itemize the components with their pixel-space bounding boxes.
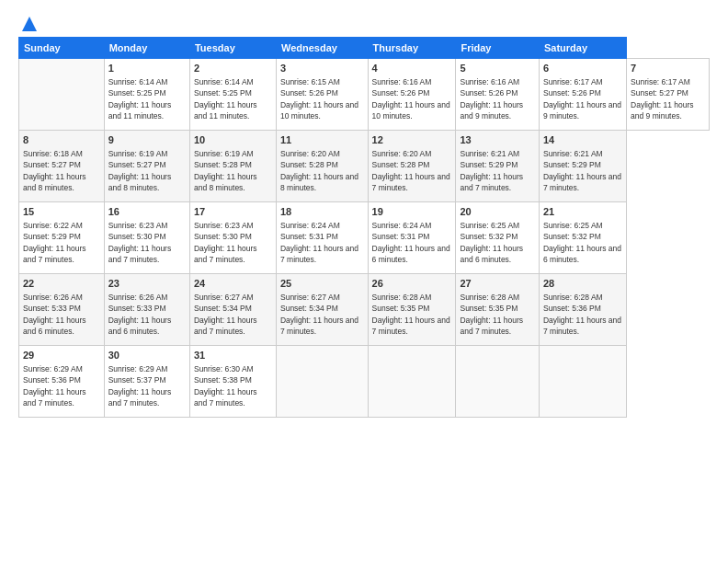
- day-cell-2: 2Sunrise: 6:14 AMSunset: 5:25 PMDaylight…: [189, 59, 276, 131]
- week-row-4: 29Sunrise: 6:29 AMSunset: 5:36 PMDayligh…: [19, 346, 710, 418]
- day-detail: Sunrise: 6:24 AMSunset: 5:31 PMDaylight:…: [280, 221, 358, 264]
- week-row-2: 15Sunrise: 6:22 AMSunset: 5:29 PMDayligh…: [19, 202, 710, 274]
- day-cell-19: 19Sunrise: 6:24 AMSunset: 5:31 PMDayligh…: [368, 202, 456, 274]
- day-cell-5: 5Sunrise: 6:16 AMSunset: 5:26 PMDaylight…: [456, 59, 540, 131]
- day-detail: Sunrise: 6:28 AMSunset: 5:35 PMDaylight:…: [460, 293, 523, 336]
- week-row-3: 22Sunrise: 6:26 AMSunset: 5:33 PMDayligh…: [19, 274, 710, 346]
- day-number: 5: [460, 62, 535, 75]
- logo: [18, 15, 39, 29]
- day-number: 24: [194, 277, 272, 291]
- day-number: 23: [108, 277, 186, 291]
- day-number: 14: [543, 133, 622, 147]
- day-cell-29: 29Sunrise: 6:29 AMSunset: 5:36 PMDayligh…: [19, 346, 105, 418]
- day-header-saturday: Saturday: [539, 38, 626, 59]
- day-detail: Sunrise: 6:22 AMSunset: 5:29 PMDaylight:…: [23, 221, 86, 264]
- day-cell-27: 27Sunrise: 6:28 AMSunset: 5:35 PMDayligh…: [456, 274, 540, 346]
- day-number: 7: [631, 62, 705, 75]
- day-number: 30: [108, 349, 186, 362]
- day-detail: Sunrise: 6:14 AMSunset: 5:25 PMDaylight:…: [194, 77, 257, 121]
- day-number: 6: [543, 62, 622, 75]
- day-detail: Sunrise: 6:25 AMSunset: 5:32 PMDaylight:…: [460, 221, 523, 264]
- svg-marker-0: [22, 17, 37, 31]
- day-cell-10: 10Sunrise: 6:19 AMSunset: 5:28 PMDayligh…: [189, 131, 276, 202]
- day-number: 4: [372, 62, 452, 75]
- day-number: 8: [23, 133, 100, 147]
- day-cell-24: 24Sunrise: 6:27 AMSunset: 5:34 PMDayligh…: [189, 274, 276, 346]
- day-detail: Sunrise: 6:30 AMSunset: 5:38 PMDaylight:…: [194, 364, 257, 408]
- day-number: 9: [108, 133, 186, 147]
- day-cell-16: 16Sunrise: 6:23 AMSunset: 5:30 PMDayligh…: [104, 202, 189, 274]
- day-detail: Sunrise: 6:23 AMSunset: 5:30 PMDaylight:…: [194, 221, 257, 264]
- day-number: 26: [372, 277, 452, 291]
- day-detail: Sunrise: 6:18 AMSunset: 5:27 PMDaylight:…: [23, 149, 86, 192]
- day-number: 18: [280, 205, 364, 219]
- day-number: 11: [280, 133, 364, 147]
- day-detail: Sunrise: 6:21 AMSunset: 5:29 PMDaylight:…: [543, 149, 621, 192]
- day-detail: Sunrise: 6:14 AMSunset: 5:25 PMDaylight:…: [108, 77, 172, 121]
- day-cell-9: 9Sunrise: 6:19 AMSunset: 5:27 PMDaylight…: [104, 131, 189, 202]
- day-header-wednesday: Wednesday: [276, 38, 368, 59]
- day-number: 21: [543, 205, 622, 219]
- empty-cell: [19, 59, 105, 131]
- day-detail: Sunrise: 6:23 AMSunset: 5:30 PMDaylight:…: [108, 221, 172, 264]
- day-number: 31: [194, 349, 272, 362]
- day-number: 15: [23, 205, 100, 219]
- empty-cell: [539, 346, 626, 418]
- day-cell-26: 26Sunrise: 6:28 AMSunset: 5:35 PMDayligh…: [368, 274, 456, 346]
- day-cell-31: 31Sunrise: 6:30 AMSunset: 5:38 PMDayligh…: [189, 346, 276, 418]
- day-cell-22: 22Sunrise: 6:26 AMSunset: 5:33 PMDayligh…: [19, 274, 105, 346]
- day-detail: Sunrise: 6:20 AMSunset: 5:28 PMDaylight:…: [280, 149, 358, 192]
- day-detail: Sunrise: 6:17 AMSunset: 5:27 PMDaylight:…: [631, 77, 694, 121]
- day-header-thursday: Thursday: [368, 38, 456, 59]
- day-number: 10: [194, 133, 272, 147]
- day-detail: Sunrise: 6:25 AMSunset: 5:32 PMDaylight:…: [543, 221, 621, 264]
- day-number: 16: [108, 205, 186, 219]
- day-cell-17: 17Sunrise: 6:23 AMSunset: 5:30 PMDayligh…: [189, 202, 276, 274]
- day-cell-23: 23Sunrise: 6:26 AMSunset: 5:33 PMDayligh…: [104, 274, 189, 346]
- day-cell-1: 1Sunrise: 6:14 AMSunset: 5:25 PMDaylight…: [104, 59, 189, 131]
- day-cell-8: 8Sunrise: 6:18 AMSunset: 5:27 PMDaylight…: [19, 131, 105, 202]
- day-header-tuesday: Tuesday: [189, 38, 276, 59]
- day-header-friday: Friday: [456, 38, 540, 59]
- day-detail: Sunrise: 6:29 AMSunset: 5:37 PMDaylight:…: [108, 364, 172, 408]
- day-number: 19: [372, 205, 452, 219]
- day-detail: Sunrise: 6:21 AMSunset: 5:29 PMDaylight:…: [460, 149, 523, 192]
- day-detail: Sunrise: 6:26 AMSunset: 5:33 PMDaylight:…: [23, 293, 86, 336]
- day-number: 17: [194, 205, 272, 219]
- day-number: 20: [460, 205, 535, 219]
- day-cell-6: 6Sunrise: 6:17 AMSunset: 5:26 PMDaylight…: [539, 59, 626, 131]
- day-detail: Sunrise: 6:16 AMSunset: 5:26 PMDaylight:…: [372, 77, 450, 121]
- day-header-monday: Monday: [104, 38, 189, 59]
- week-row-0: 1Sunrise: 6:14 AMSunset: 5:25 PMDaylight…: [19, 59, 710, 131]
- day-detail: Sunrise: 6:29 AMSunset: 5:36 PMDaylight:…: [23, 364, 86, 408]
- day-detail: Sunrise: 6:17 AMSunset: 5:26 PMDaylight:…: [543, 77, 621, 121]
- day-number: 28: [543, 277, 622, 291]
- logo-icon: [20, 15, 39, 33]
- day-detail: Sunrise: 6:20 AMSunset: 5:28 PMDaylight:…: [372, 149, 450, 192]
- day-cell-30: 30Sunrise: 6:29 AMSunset: 5:37 PMDayligh…: [104, 346, 189, 418]
- day-detail: Sunrise: 6:24 AMSunset: 5:31 PMDaylight:…: [372, 221, 450, 264]
- empty-cell: [276, 346, 368, 418]
- day-cell-12: 12Sunrise: 6:20 AMSunset: 5:28 PMDayligh…: [368, 131, 456, 202]
- day-cell-13: 13Sunrise: 6:21 AMSunset: 5:29 PMDayligh…: [456, 131, 540, 202]
- calendar-header-row: SundayMondayTuesdayWednesdayThursdayFrid…: [19, 38, 710, 59]
- day-cell-4: 4Sunrise: 6:16 AMSunset: 5:26 PMDaylight…: [368, 59, 456, 131]
- day-number: 12: [372, 133, 452, 147]
- day-cell-7: 7Sunrise: 6:17 AMSunset: 5:27 PMDaylight…: [627, 59, 710, 131]
- day-number: 13: [460, 133, 535, 147]
- day-detail: Sunrise: 6:26 AMSunset: 5:33 PMDaylight:…: [108, 293, 172, 336]
- day-detail: Sunrise: 6:28 AMSunset: 5:35 PMDaylight:…: [372, 293, 450, 336]
- day-cell-18: 18Sunrise: 6:24 AMSunset: 5:31 PMDayligh…: [276, 202, 368, 274]
- day-detail: Sunrise: 6:28 AMSunset: 5:36 PMDaylight:…: [543, 293, 621, 336]
- day-number: 25: [280, 277, 364, 291]
- day-number: 29: [23, 349, 100, 362]
- calendar-table: SundayMondayTuesdayWednesdayThursdayFrid…: [18, 37, 710, 418]
- day-detail: Sunrise: 6:19 AMSunset: 5:28 PMDaylight:…: [194, 149, 257, 192]
- week-row-1: 8Sunrise: 6:18 AMSunset: 5:27 PMDaylight…: [19, 131, 710, 202]
- day-cell-15: 15Sunrise: 6:22 AMSunset: 5:29 PMDayligh…: [19, 202, 105, 274]
- day-number: 3: [280, 62, 364, 75]
- day-header-sunday: Sunday: [19, 38, 105, 59]
- day-cell-25: 25Sunrise: 6:27 AMSunset: 5:34 PMDayligh…: [276, 274, 368, 346]
- page: SundayMondayTuesdayWednesdayThursdayFrid…: [0, 0, 728, 563]
- day-number: 1: [108, 62, 186, 75]
